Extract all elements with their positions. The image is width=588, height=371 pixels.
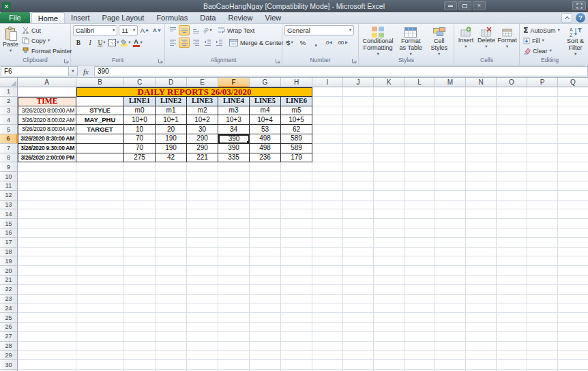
cell-E21[interactable] <box>187 276 218 285</box>
cell-K11[interactable] <box>374 181 405 191</box>
cell-I22[interactable] <box>312 285 343 295</box>
cell-P20[interactable] <box>527 266 558 276</box>
cell-L30[interactable] <box>405 360 435 370</box>
cell-H29[interactable] <box>281 351 312 360</box>
cell-H18[interactable] <box>281 248 312 257</box>
cell-E22[interactable] <box>187 285 218 295</box>
column-header-A[interactable]: A <box>18 78 76 87</box>
cell-E17[interactable] <box>187 238 218 248</box>
window-close-button[interactable]: × <box>473 1 486 10</box>
column-header-D[interactable]: D <box>156 78 187 87</box>
cell-D14[interactable] <box>156 209 187 219</box>
row-header-13[interactable]: 13 <box>0 201 18 210</box>
cell-E19[interactable] <box>187 256 218 266</box>
cell-Q25[interactable] <box>558 313 588 323</box>
cell-Q14[interactable] <box>558 209 588 219</box>
cell-H24[interactable] <box>281 303 312 313</box>
cell-B26[interactable] <box>76 323 124 332</box>
cell-F6[interactable]: 390 <box>218 134 250 144</box>
cell-J7[interactable] <box>343 144 374 153</box>
cell-D19[interactable] <box>156 256 187 266</box>
cell-G22[interactable] <box>250 285 281 295</box>
cell-L13[interactable] <box>405 201 435 210</box>
row-header-21[interactable]: 21 <box>0 276 18 285</box>
cell-E29[interactable] <box>187 351 218 360</box>
cell-J4[interactable] <box>343 115 374 125</box>
cell-M20[interactable] <box>435 266 466 276</box>
cell-O29[interactable] <box>497 351 527 360</box>
cell-D5[interactable]: 20 <box>156 125 187 134</box>
cell-I24[interactable] <box>312 303 343 313</box>
cell-J8[interactable] <box>343 153 374 163</box>
cell-G14[interactable] <box>250 209 281 219</box>
clear-button[interactable]: Clear ▾ <box>522 46 561 56</box>
cell-E27[interactable] <box>187 332 218 342</box>
row-header-27[interactable]: 27 <box>0 332 18 342</box>
cell-N3[interactable] <box>466 106 497 116</box>
cell-D28[interactable] <box>156 342 187 351</box>
copy-button[interactable]: Copy ▾ <box>20 35 74 46</box>
cell-B4[interactable]: MAY_PHU <box>76 115 124 125</box>
cell-A27[interactable] <box>18 332 76 342</box>
cell-J24[interactable] <box>343 303 374 313</box>
cell-A25[interactable] <box>18 313 76 323</box>
cell-H5[interactable]: 62 <box>281 125 312 134</box>
font-name-select[interactable]: Calibri ▾ <box>73 25 117 35</box>
cell-G17[interactable] <box>250 238 281 248</box>
cell-M17[interactable] <box>435 238 466 248</box>
cell-Q2[interactable] <box>558 97 588 106</box>
row-header-26[interactable]: 26 <box>0 323 18 332</box>
cell-K16[interactable] <box>374 228 405 238</box>
cell-A8[interactable]: 3/26/2020 2:00:00 PM <box>18 153 76 163</box>
cell-E7[interactable]: 290 <box>187 144 218 153</box>
font-color-button[interactable]: A ▾ <box>132 38 143 48</box>
cell-C6[interactable]: 70 <box>124 134 156 144</box>
cell-E28[interactable] <box>187 342 218 351</box>
cell-O3[interactable] <box>497 106 527 116</box>
cell-I27[interactable] <box>312 332 343 342</box>
cell-H13[interactable] <box>281 201 312 210</box>
cell-L17[interactable] <box>405 238 435 248</box>
cell-O10[interactable] <box>497 172 527 181</box>
cell-C7[interactable]: 70 <box>124 144 156 153</box>
cell-Q12[interactable] <box>558 191 588 201</box>
delete-cells-button[interactable]: Delete ▾ <box>477 25 496 48</box>
tab-page-layout[interactable]: Page Layout <box>96 12 151 23</box>
cell-G27[interactable] <box>250 332 281 342</box>
cell-L29[interactable] <box>405 351 435 360</box>
cell-G11[interactable] <box>250 181 281 191</box>
cell-D8[interactable]: 42 <box>156 153 187 163</box>
cell-Q7[interactable] <box>558 144 588 153</box>
cell-O19[interactable] <box>497 256 527 266</box>
cell-F14[interactable] <box>218 209 250 219</box>
cell-I23[interactable] <box>312 295 343 304</box>
cell-I28[interactable] <box>312 342 343 351</box>
cell-F23[interactable] <box>218 295 250 304</box>
cell-K19[interactable] <box>374 256 405 266</box>
cell-E15[interactable] <box>187 219 218 228</box>
cell-P1[interactable] <box>527 87 558 97</box>
cell-I1[interactable] <box>312 87 343 97</box>
cell-C25[interactable] <box>124 313 156 323</box>
cell-G12[interactable] <box>250 191 281 201</box>
increase-indent-button[interactable] <box>214 38 224 48</box>
column-header-M[interactable]: M <box>435 78 466 87</box>
cell-I30[interactable] <box>312 360 343 370</box>
row-header-9[interactable]: 9 <box>0 162 18 172</box>
cell-G16[interactable] <box>250 228 281 238</box>
cell-D18[interactable] <box>156 248 187 257</box>
cell-D11[interactable] <box>156 181 187 191</box>
cell-A16[interactable] <box>18 228 76 238</box>
cell-E6[interactable]: 290 <box>187 134 218 144</box>
cell-F26[interactable] <box>218 323 250 332</box>
cell-I11[interactable] <box>312 181 343 191</box>
row-header-8[interactable]: 8 <box>0 153 18 163</box>
cell-D26[interactable] <box>156 323 187 332</box>
cell-I26[interactable] <box>312 323 343 332</box>
cell-O27[interactable] <box>497 332 527 342</box>
cell-H28[interactable] <box>281 342 312 351</box>
comma-style-button[interactable]: , <box>310 38 321 48</box>
align-middle-button[interactable] <box>179 25 190 35</box>
cell-J6[interactable] <box>343 134 374 144</box>
cell-M18[interactable] <box>435 248 466 257</box>
